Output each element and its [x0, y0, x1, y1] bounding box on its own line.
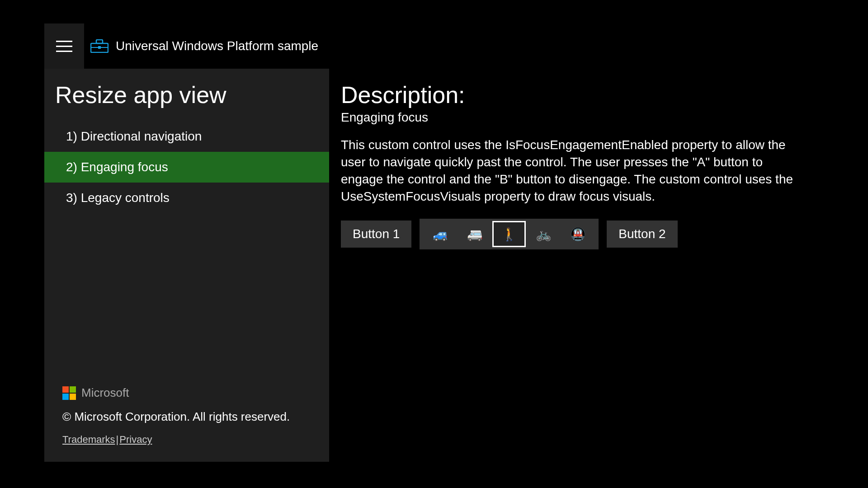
nav-list: 1) Directional navigation 2) Engaging fo…: [44, 121, 329, 213]
controls-row: Button 1 🚙 🚐 🚶 🚲 🚇 Button 2: [341, 219, 806, 249]
toolbox-icon: [90, 39, 108, 53]
car-icon[interactable]: 🚙: [424, 221, 457, 247]
content-pane: Description: Engaging focus This custom …: [329, 69, 824, 462]
legal-separator: |: [115, 434, 120, 445]
microsoft-brand-label: Microsoft: [81, 386, 129, 400]
description-heading: Description:: [341, 81, 806, 108]
button-2[interactable]: Button 2: [607, 221, 677, 248]
app-window: Universal Windows Platform sample Resize…: [44, 23, 824, 462]
nav-item-directional-navigation[interactable]: 1) Directional navigation: [44, 121, 329, 152]
svg-rect-1: [96, 40, 103, 43]
transport-icon-strip[interactable]: 🚙 🚐 🚶 🚲 🚇: [420, 219, 599, 249]
trademarks-link[interactable]: Trademarks: [62, 434, 115, 445]
microsoft-logo-icon: [62, 386, 76, 400]
copyright-text: © Microsoft Corporation. All rights rese…: [62, 410, 316, 424]
header: Universal Windows Platform sample: [44, 23, 824, 69]
metro-icon[interactable]: 🚇: [561, 221, 594, 247]
microsoft-logo-row: Microsoft: [62, 386, 316, 400]
van-icon[interactable]: 🚐: [458, 221, 491, 247]
hamburger-menu-button[interactable]: [44, 23, 84, 69]
nav-item-legacy-controls[interactable]: 3) Legacy controls: [44, 183, 329, 213]
app-title-wrap: Universal Windows Platform sample: [84, 39, 318, 53]
bicycle-icon[interactable]: 🚲: [527, 221, 560, 247]
sidebar-footer: Microsoft © Microsoft Corporation. All r…: [44, 386, 329, 462]
app-title: Universal Windows Platform sample: [116, 39, 318, 53]
nav-item-engaging-focus[interactable]: 2) Engaging focus: [44, 152, 329, 183]
pedestrian-icon[interactable]: 🚶: [493, 221, 525, 247]
description-body: This custom control uses the IsFocusEnga…: [341, 136, 802, 205]
button-1[interactable]: Button 1: [341, 221, 411, 248]
description-subtitle: Engaging focus: [341, 110, 806, 125]
privacy-link[interactable]: Privacy: [119, 434, 152, 445]
legal-links: Trademarks|Privacy: [62, 434, 316, 446]
svg-rect-3: [98, 46, 101, 49]
body: Resize app view 1) Directional navigatio…: [44, 69, 824, 462]
sidebar: Resize app view 1) Directional navigatio…: [44, 69, 329, 462]
sidebar-title: Resize app view: [44, 81, 329, 117]
